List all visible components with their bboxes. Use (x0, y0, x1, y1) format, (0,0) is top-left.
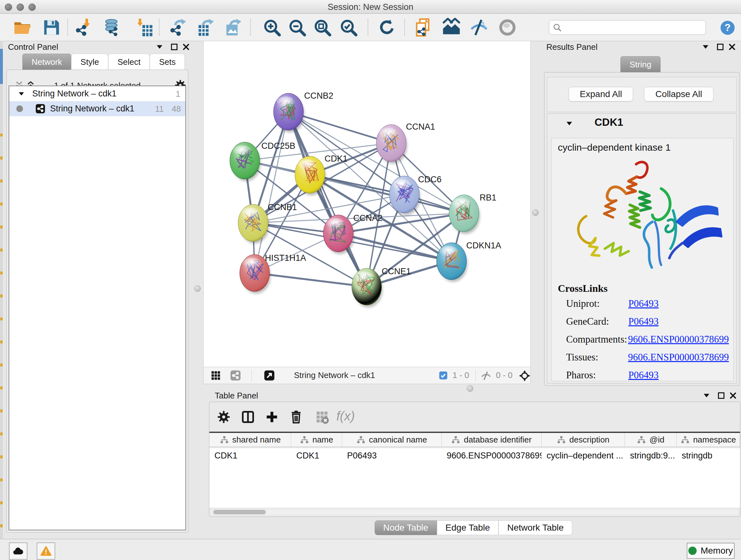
zoom-in-button[interactable] (262, 18, 281, 37)
selected-node-edge-counts: 1 - 0 (453, 370, 469, 380)
column-header-@id[interactable]: @id (625, 433, 677, 447)
search-input[interactable] (549, 20, 706, 35)
network-collection-row[interactable]: String Network – cdk1 1 (9, 86, 185, 101)
table-horizontal-scrollbar[interactable] (211, 509, 739, 515)
column-header-description[interactable]: description (542, 433, 625, 447)
table-cell: 9606.ENSP00000378699 (442, 451, 542, 461)
network-node-CDKN1A[interactable]: CDKN1A (436, 241, 501, 282)
export-network-icon (169, 18, 188, 37)
results-panel-menu-icon[interactable] (701, 43, 710, 51)
enable-glass-effect-button[interactable] (498, 18, 517, 37)
fit-content-button[interactable] (313, 18, 332, 37)
column-header-namespace[interactable]: namespace (677, 433, 740, 447)
control-panel: Control Panel NetworkStyleSelectSets 1 o… (3, 41, 191, 539)
network-node-RB1[interactable]: RB1 (449, 193, 496, 234)
selected-checkbox-icon[interactable] (439, 371, 448, 380)
splitter-handle[interactable] (532, 209, 539, 216)
zoom-selected-icon (339, 18, 358, 37)
crosslink-row: Uniprot:P06493 (566, 298, 729, 316)
control-panel-close-icon[interactable] (182, 43, 190, 51)
node-label-CDC6: CDC6 (418, 175, 442, 184)
results-panel-float-icon[interactable] (716, 43, 724, 51)
network-tree: String Network – cdk1 1 String Network –… (9, 85, 186, 530)
delete-column-icon[interactable] (289, 410, 304, 424)
gene-name-heading: CDK1 (595, 116, 623, 128)
import-table-from-file-button[interactable] (134, 18, 153, 37)
scrollbar-thumb[interactable] (213, 510, 266, 514)
string-import-button[interactable] (414, 18, 433, 37)
crosslink-value-link[interactable]: 9606.ENSP00000378699 (628, 334, 729, 345)
add-column-icon[interactable] (265, 410, 279, 424)
help-button[interactable]: ? (720, 20, 735, 36)
hide-glass-effect-icon (469, 18, 488, 37)
network-node-CDC6[interactable]: CDC6 (389, 175, 442, 215)
grid-view-icon[interactable] (210, 370, 221, 381)
table-options-gear-icon[interactable] (216, 410, 231, 424)
crosslink-row: Tissues:9606.ENSP00000378699 (566, 352, 729, 369)
string-home-button[interactable] (441, 18, 460, 37)
network-node-CCNB2[interactable]: CCNB2 (273, 91, 333, 132)
open-session-button[interactable] (13, 18, 32, 37)
main-toolbar: ? (0, 14, 741, 41)
network-node-CDC25B[interactable]: CDC25B (230, 141, 295, 181)
table-panel: Table Panel f(x) shared namenamecanonica… (206, 387, 741, 539)
hide-glass-effect-button[interactable] (469, 18, 488, 37)
tab-select[interactable]: Select (108, 54, 150, 70)
crosslink-value-link[interactable]: P06493 (628, 316, 659, 327)
results-panel-title: Results Panel (546, 42, 597, 52)
network-collection-count: 1 (176, 89, 180, 99)
cloud-status-button[interactable] (9, 543, 27, 560)
network-node-HIST1H1A[interactable]: HIST1H1A (240, 253, 306, 294)
network-node-CCNB1[interactable]: CCNB1 (238, 202, 297, 244)
column-type-icon (451, 435, 461, 445)
column-header-shared-name[interactable]: shared name (209, 433, 291, 447)
tab-sets[interactable]: Sets (150, 54, 185, 70)
tab-node-table[interactable]: Node Table (375, 520, 437, 535)
memory-button[interactable]: Memory (687, 543, 735, 559)
network-node-CCNE1[interactable]: CCNE1 (352, 266, 411, 307)
tab-style[interactable]: Style (71, 54, 108, 70)
hidden-eye-slash-icon[interactable] (481, 370, 491, 381)
zoom-selected-button[interactable] (339, 18, 358, 37)
table-panel-float-icon[interactable] (717, 391, 725, 400)
tab-edge-table[interactable]: Edge Table (437, 520, 499, 535)
crosslink-value-link[interactable]: 9606.ENSP00000378699 (628, 352, 729, 363)
zoom-out-button[interactable] (287, 18, 307, 37)
warnings-button[interactable] (37, 543, 55, 560)
network-node-CDK1[interactable]: CDK1 (295, 154, 347, 195)
collapse-all-button[interactable]: Collapse All (644, 87, 714, 102)
control-panel-float-icon[interactable] (170, 43, 179, 51)
detach-view-icon[interactable] (264, 370, 275, 381)
crosslink-label: Compartments: (566, 334, 628, 345)
import-network-from-file-button[interactable] (74, 18, 93, 37)
table-row[interactable]: CDK1CDK1P064939606.ENSP00000378699cyclin… (209, 448, 740, 463)
crosslink-value-link[interactable]: P06493 (628, 369, 659, 381)
export-image-button[interactable] (224, 18, 243, 37)
export-network-button[interactable] (169, 18, 188, 37)
column-header-canonical-name[interactable]: canonical name (342, 433, 442, 447)
network-canvas[interactable]: CCNB2CCNA1CDC25BCDK1CDC6RB1CCNB1CCNA2CDK… (204, 41, 530, 367)
expand-all-button[interactable]: Expand All (569, 87, 633, 102)
results-panel-close-icon[interactable] (728, 43, 736, 51)
save-session-button[interactable] (42, 18, 61, 37)
tab-network-table[interactable]: Network Table (498, 520, 572, 535)
tab-network[interactable]: Network (22, 54, 71, 70)
collection-expand-icon[interactable] (17, 90, 25, 98)
control-panel-menu-icon[interactable] (155, 43, 164, 51)
column-header-database-identifier[interactable]: database identifier (442, 433, 542, 447)
network-row-selected[interactable]: String Network – cdk1 11 48 (9, 101, 185, 116)
table-body: CDK1CDK1P064939606.ENSP00000378699cyclin… (209, 448, 740, 508)
crosslink-value-link[interactable]: P06493 (628, 298, 659, 309)
column-header-name[interactable]: name (291, 433, 342, 447)
splitter-handle[interactable] (194, 286, 201, 292)
import-network-from-database-button[interactable] (102, 18, 121, 37)
birds-eye-view-icon[interactable] (518, 369, 531, 382)
table-panel-menu-icon[interactable] (702, 391, 711, 400)
refresh-button[interactable] (377, 18, 396, 37)
collapse-entry-icon[interactable] (565, 119, 574, 128)
tab-string[interactable]: String (620, 56, 661, 72)
show-columns-icon[interactable] (241, 410, 255, 424)
export-table-button[interactable] (197, 18, 216, 37)
share-view-icon[interactable] (230, 370, 241, 381)
table-panel-close-icon[interactable] (729, 391, 737, 400)
